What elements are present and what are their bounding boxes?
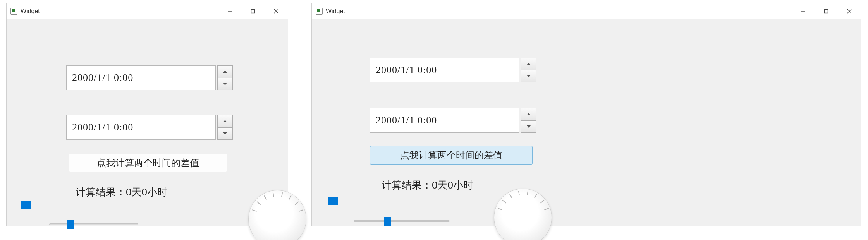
minimize-button[interactable] <box>791 3 815 19</box>
horizontal-slider[interactable] <box>354 216 450 226</box>
svg-marker-4 <box>223 70 227 73</box>
result-label: 计算结果：0天0小时 <box>382 178 473 192</box>
svg-marker-13 <box>527 75 531 77</box>
close-button[interactable] <box>838 3 861 19</box>
dial-widget[interactable] <box>248 190 306 240</box>
spin-down-icon[interactable] <box>521 70 536 83</box>
spin-down-icon[interactable] <box>217 127 233 140</box>
result-label: 计算结果：0天0小时 <box>76 185 167 199</box>
window-title: Widget <box>326 8 345 15</box>
calculate-button[interactable]: 点我计算两个时间的差值 <box>370 146 533 165</box>
datetime-end-field[interactable]: 2000/1/1 0:00 <box>370 108 519 133</box>
svg-marker-15 <box>527 125 531 128</box>
svg-marker-7 <box>223 132 227 135</box>
spin-down-icon[interactable] <box>521 120 536 133</box>
scrollbar-handle[interactable] <box>21 201 31 209</box>
minimize-button[interactable] <box>218 3 241 19</box>
svg-marker-5 <box>223 83 227 85</box>
spin-up-icon[interactable] <box>521 58 536 70</box>
spin-up-icon[interactable] <box>217 115 233 128</box>
dial-widget[interactable] <box>494 189 552 240</box>
spin-down-icon[interactable] <box>217 78 233 91</box>
horizontal-slider[interactable] <box>49 219 138 230</box>
maximize-button[interactable] <box>241 3 265 19</box>
calculate-button[interactable]: 点我计算两个时间的差值 <box>69 154 227 172</box>
datetime-start-field[interactable]: 2000/1/1 0:00 <box>66 65 216 90</box>
scrollbar-handle[interactable] <box>328 197 338 205</box>
app-icon <box>316 8 323 15</box>
svg-marker-6 <box>223 120 227 122</box>
svg-marker-14 <box>527 113 531 115</box>
spin-up-icon[interactable] <box>217 65 233 78</box>
close-button[interactable] <box>265 3 288 19</box>
window-title: Widget <box>21 8 40 15</box>
svg-marker-12 <box>527 63 531 65</box>
spin-up-icon[interactable] <box>521 108 536 121</box>
datetime-end-field[interactable]: 2000/1/1 0:00 <box>66 115 216 140</box>
app-icon <box>10 8 17 15</box>
maximize-button[interactable] <box>815 3 838 19</box>
svg-rect-1 <box>251 9 255 13</box>
svg-rect-9 <box>825 9 828 13</box>
datetime-start-field[interactable]: 2000/1/1 0:00 <box>370 58 519 82</box>
